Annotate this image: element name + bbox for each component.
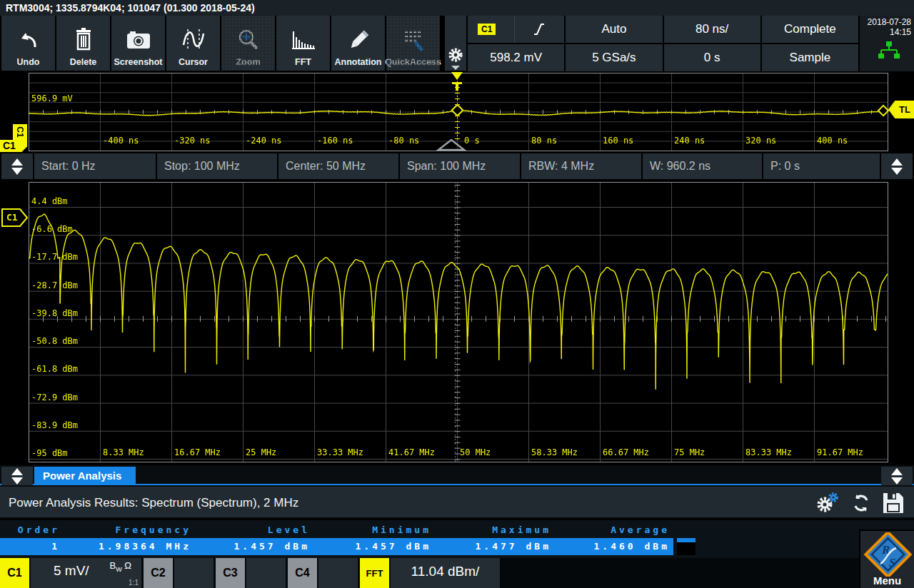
time-x-tick-label: 160 ns [603, 136, 633, 146]
results-header: Power Analysis Results: Spectrum (Spectr… [0, 487, 914, 519]
spectrum-plot [0, 181, 914, 465]
rising-edge-icon [532, 21, 546, 37]
up-arrow-icon [11, 158, 23, 166]
trigger-level-cell[interactable]: 598.2 mV [468, 44, 564, 71]
channel-c4-button[interactable]: C4 [288, 558, 317, 588]
chevron-down-icon [451, 66, 460, 70]
results-table-row[interactable]: 1 1.98364 MHz 1.457 dBm 1.457 dBm 1.477 … [0, 538, 673, 555]
time-x-tick-label: -320 ns [174, 136, 211, 146]
trigger-mode-cell[interactable]: Auto [566, 16, 662, 43]
magnifier-icon [221, 26, 275, 54]
collapse-results-button-right[interactable] [881, 467, 913, 485]
time-x-tick-label: -80 ns [388, 136, 419, 146]
tab-power-analysis[interactable]: Power Analysis [34, 467, 136, 485]
delete-button[interactable]: Delete [56, 16, 110, 71]
screenshot-button[interactable]: Screenshot [111, 16, 165, 71]
channel-c1-offset-badge[interactable]: C1 [13, 124, 27, 140]
undo-icon [1, 26, 55, 54]
channel-c3-settings[interactable] [246, 558, 286, 588]
refresh-icon [851, 493, 871, 513]
start-frequency-cell[interactable]: Start: 0 Hz [34, 153, 156, 179]
tab-underline [0, 484, 914, 485]
lan-network-icon [877, 41, 901, 60]
stop-frequency-cell[interactable]: Stop: 100 MHz [157, 153, 277, 179]
channel-c2-button[interactable]: C2 [144, 558, 173, 588]
quickaccess-button[interactable]: QuickAccess [386, 16, 440, 71]
undo-button[interactable]: Undo [1, 16, 55, 71]
cell-frequency: 1.98364 MHz [60, 538, 191, 555]
toolbar: Undo Delete Screenshot Cursor [0, 16, 914, 71]
c1-label: C1 [3, 140, 16, 151]
up-arrow-icon [891, 158, 903, 166]
spectrum-y-tick-label: -72.9 dBm [31, 392, 78, 402]
settings-gear-button[interactable] [445, 16, 466, 71]
span-cell[interactable]: Span: 100 MHz [400, 153, 520, 179]
spectrum-settings-bar: Start: 0 Hz Stop: 100 MHz Center: 50 MHz… [0, 152, 914, 181]
acq-state-cell[interactable]: Complete [762, 16, 858, 43]
spectrum-x-tick-label: 16.67 MHz [174, 447, 221, 457]
device-id-text: RTM3004; 1335.8794K04; 101047 (01.300 20… [6, 2, 255, 14]
channel-c1-badge[interactable]: C1 [0, 140, 27, 152]
trigger-position-marker[interactable] [451, 72, 463, 80]
time-text: 14:15 [860, 27, 911, 37]
channel-c2-settings[interactable] [174, 558, 214, 588]
spectrum-x-tick-label: 83.33 MHz [745, 447, 792, 457]
down-arrow-icon [11, 168, 23, 175]
screenshot-label: Screenshot [114, 57, 162, 67]
channel-c1-button[interactable]: C1 [0, 558, 29, 588]
col-average: Average [551, 524, 670, 537]
acq-mode-cell[interactable]: Sample [762, 44, 858, 71]
time-x-tick-label: 240 ns [674, 136, 705, 146]
spectrum-x-tick-label: 66.67 MHz [603, 447, 649, 457]
trigger-source-cell[interactable]: C1 [468, 16, 564, 43]
channel-c4-settings[interactable] [318, 558, 358, 588]
timebase-cell[interactable]: 80 ns/ [664, 16, 760, 43]
rbw-cell[interactable]: RBW: 4 MHz [521, 153, 641, 179]
position-cell[interactable]: P: 0 s [763, 153, 880, 179]
zoom-button[interactable]: Zoom [221, 16, 275, 71]
fft-channel-button[interactable]: FFT [360, 558, 389, 588]
delete-label: Delete [70, 57, 97, 67]
spectrum-y-tick-label: 4.4 dBm [31, 196, 68, 206]
center-frequency-cell[interactable]: Center: 50 MHz [278, 153, 398, 179]
quickaccess-icon [386, 26, 440, 54]
up-arrow-icon [891, 468, 903, 475]
collapse-results-button[interactable] [1, 467, 33, 485]
spectrum-y-tick-label: -17.7 dBm [31, 252, 78, 262]
results-table: Order Frequency Level Minimum Maximum Av… [0, 520, 914, 558]
fft-scale-panel[interactable]: 11.04 dBm/ [391, 558, 500, 588]
menu-button[interactable]: Menu [860, 574, 914, 587]
trigger-flag-label: TL [899, 104, 910, 115]
horizontal-position-cell[interactable]: 0 s [664, 44, 760, 71]
channel-c1-settings[interactable]: 5 mV/ BW Ω 1:1 [31, 558, 141, 588]
down-arrow-icon [891, 477, 903, 485]
cursor-button[interactable]: Cursor [166, 16, 220, 71]
pencil-icon [331, 26, 385, 54]
datetime-panel[interactable]: 2018-07-28 14:15 [860, 16, 914, 71]
window-width-cell[interactable]: W: 960.2 ns [643, 153, 762, 179]
scrollbar-thumb[interactable] [677, 538, 695, 542]
results-scrollbar[interactable] [677, 538, 695, 555]
collapse-strip-button-right[interactable] [881, 153, 913, 179]
annotation-button[interactable]: Annotation [331, 16, 385, 71]
cell-minimum: 1.457 dBm [310, 538, 431, 555]
spectrum-channel-marker[interactable]: C1 [1, 208, 29, 227]
collapse-strip-button[interactable] [1, 153, 33, 179]
spectrum-x-tick-label: 75 MHz [674, 447, 705, 457]
spectrum-y-tick-label: -95 dBm [31, 448, 68, 458]
fft-button[interactable]: FFT [276, 16, 330, 71]
save-floppy-icon [883, 492, 904, 514]
sample-rate-cell[interactable]: 5 GSa/s [566, 44, 662, 71]
spectrum-x-tick-label: 41.67 MHz [388, 447, 435, 457]
results-title: Power Analysis Results: Spectrum (Spectr… [9, 496, 298, 510]
menu-panel[interactable]: R S Menu [859, 529, 914, 588]
camera-icon [111, 26, 165, 54]
spectrum-x-tick-label: 25 MHz [246, 447, 276, 457]
spectrum-icon [276, 26, 330, 54]
cursor-label: Cursor [179, 57, 208, 67]
col-level: Level [191, 524, 310, 537]
channel-bar: C1 5 mV/ BW Ω 1:1 C2 C3 C4 FFT 11.04 dBm… [0, 558, 914, 588]
channel-c3-button[interactable]: C3 [216, 558, 245, 588]
zoom-label: Zoom [236, 57, 260, 67]
time-x-tick-label: -400 ns [103, 136, 139, 146]
